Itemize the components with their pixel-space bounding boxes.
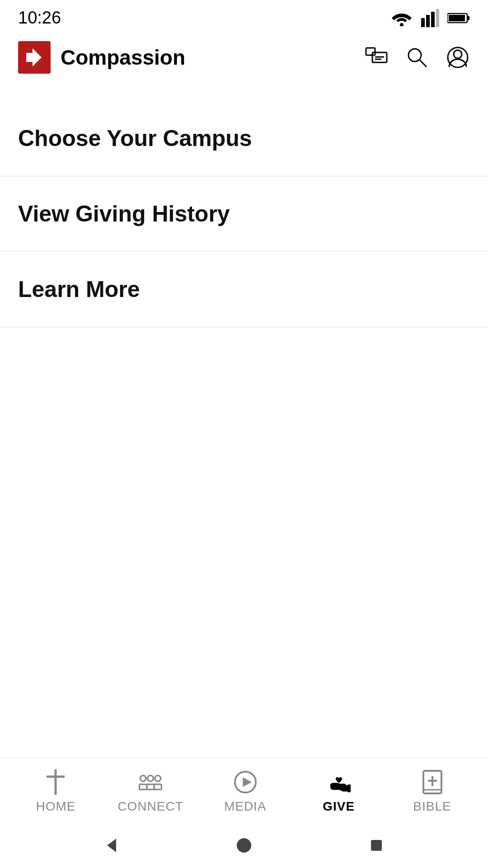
svg-point-20: [148, 775, 154, 781]
svg-rect-24: [154, 784, 161, 789]
app-logo: [18, 41, 51, 74]
android-back-button[interactable]: [98, 832, 125, 859]
nav-item-give[interactable]: GIVE: [307, 770, 371, 814]
header-right: [364, 45, 470, 70]
svg-rect-6: [467, 16, 469, 20]
svg-rect-27: [347, 784, 351, 792]
menu-item-choose-campus-label: Choose Your Campus: [18, 126, 252, 151]
nav-label-give: GIVE: [323, 799, 355, 814]
nav-label-media: MEDIA: [224, 799, 267, 814]
svg-point-21: [155, 775, 161, 781]
nav-item-connect[interactable]: CONNECT: [117, 770, 183, 814]
home-icon: [44, 770, 67, 794]
android-home-button[interactable]: [230, 832, 258, 859]
android-recent-button[interactable]: [363, 832, 390, 859]
nav-label-connect: CONNECT: [117, 799, 183, 814]
svg-rect-9: [366, 48, 375, 55]
svg-marker-32: [107, 839, 116, 852]
svg-rect-3: [431, 12, 435, 27]
give-icon: [327, 770, 351, 794]
account-icon[interactable]: [446, 45, 470, 70]
signal-icon: [421, 9, 439, 27]
svg-point-33: [237, 838, 251, 853]
app-title: Compassion: [61, 45, 185, 70]
nav-label-home: HOME: [36, 799, 75, 814]
connect-icon: [139, 770, 162, 794]
svg-point-16: [454, 50, 462, 58]
status-bar: 10:26: [0, 0, 488, 32]
svg-rect-1: [421, 18, 425, 27]
svg-point-13: [408, 49, 421, 61]
search-icon[interactable]: [405, 45, 429, 70]
nav-item-home[interactable]: HOME: [24, 770, 87, 814]
menu-item-view-giving-history-label: View Giving History: [18, 201, 230, 226]
app-header: Compassion: [0, 32, 488, 83]
svg-point-0: [400, 23, 404, 26]
wifi-icon: [390, 10, 413, 26]
menu-item-learn-more-label: Learn More: [18, 277, 140, 302]
nav-item-media[interactable]: MEDIA: [214, 770, 277, 814]
svg-rect-4: [436, 9, 439, 27]
menu-item-learn-more[interactable]: Learn More: [0, 252, 488, 327]
svg-line-14: [419, 60, 427, 67]
svg-point-19: [140, 775, 146, 781]
menu-list: Choose Your Campus View Giving History L…: [0, 101, 488, 327]
svg-rect-2: [426, 15, 430, 27]
android-nav: [0, 823, 488, 868]
battery-icon: [447, 12, 470, 24]
svg-rect-7: [449, 15, 465, 21]
svg-marker-26: [243, 777, 252, 787]
status-time: 10:26: [18, 8, 61, 28]
chat-icon[interactable]: [364, 45, 389, 70]
media-icon: [234, 770, 257, 794]
header-left: Compassion: [18, 41, 185, 74]
svg-rect-23: [147, 784, 154, 789]
nav-label-bible: BIBLE: [413, 799, 451, 814]
svg-rect-34: [371, 840, 382, 851]
svg-rect-22: [140, 784, 147, 789]
status-icons: [390, 9, 470, 27]
nav-item-bible[interactable]: BIBLE: [401, 770, 464, 814]
menu-item-view-giving-history[interactable]: View Giving History: [0, 176, 488, 252]
menu-item-choose-campus[interactable]: Choose Your Campus: [0, 101, 488, 176]
bible-icon: [421, 770, 444, 794]
bottom-nav: HOME CONNECT MEDIA: [0, 757, 488, 823]
